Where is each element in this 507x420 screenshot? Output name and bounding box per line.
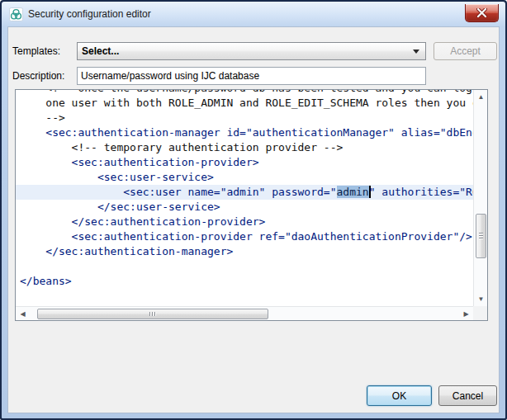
close-icon xyxy=(476,8,487,17)
ok-button[interactable]: OK xyxy=(367,385,432,406)
code-line[interactable]: </sec:user-service> xyxy=(16,200,473,215)
cancel-button[interactable]: Cancel xyxy=(438,385,497,406)
selected-text: admin xyxy=(337,186,369,198)
description-label: Description: xyxy=(12,67,64,85)
thumb-grip xyxy=(149,312,157,316)
description-input[interactable] xyxy=(77,67,426,85)
templates-selected-value: Select... xyxy=(82,45,119,57)
dialog-content: Templates: Select... Accept Description:… xyxy=(7,26,500,413)
templates-label: Templates: xyxy=(12,42,60,60)
code-lines: <!-- once the username/password db has b… xyxy=(16,90,473,289)
scroll-down-arrow-icon[interactable]: ▼ xyxy=(474,292,488,306)
chevron-down-icon xyxy=(413,50,419,54)
vertical-scrollbar-thumb[interactable] xyxy=(476,214,486,258)
code-line[interactable]: </sec:authentication-manager> xyxy=(16,244,473,259)
title-bar[interactable]: Security configuration editor xyxy=(2,2,505,26)
app-icon xyxy=(9,7,23,21)
code-line[interactable]: one user with both ROLE_ADMIN and ROLE_E… xyxy=(16,96,473,111)
code-line[interactable]: </beans> xyxy=(16,274,473,289)
horizontal-scrollbar-thumb[interactable] xyxy=(37,309,268,319)
scroll-right-arrow-icon[interactable]: ▶ xyxy=(459,307,473,321)
code-line[interactable]: <sec:authentication-provider ref="daoAut… xyxy=(16,229,473,244)
close-button[interactable] xyxy=(465,4,499,22)
scroll-left-arrow-icon[interactable]: ◀ xyxy=(16,307,30,321)
code-line[interactable]: <sec:user name="admin" password="admin" … xyxy=(16,185,473,200)
code-line[interactable]: <sec:authentication-provider> xyxy=(16,155,473,170)
horizontal-scrollbar[interactable]: ◀ ▶ xyxy=(16,306,473,320)
code-line[interactable]: <sec:user-service> xyxy=(16,170,473,185)
code-view[interactable]: <!-- once the username/password db has b… xyxy=(16,90,473,306)
window-frame: Security configuration editor Templates:… xyxy=(2,2,505,418)
templates-combobox[interactable]: Select... xyxy=(77,42,426,60)
thumb-grip xyxy=(479,233,483,240)
code-line[interactable]: <sec:authentication-manager id="authenti… xyxy=(16,125,473,140)
code-line[interactable]: <!-- once the username/password db has b… xyxy=(16,90,473,96)
vertical-scrollbar[interactable]: ▲ ▼ xyxy=(473,90,487,306)
accept-button[interactable]: Accept xyxy=(434,42,497,60)
code-line[interactable]: --> xyxy=(16,111,473,125)
code-line[interactable] xyxy=(16,259,473,274)
code-line[interactable]: </sec:authentication-provider> xyxy=(16,215,473,229)
code-line[interactable]: <!-- temporary authentication provider -… xyxy=(16,140,473,155)
xml-code-editor[interactable]: <!-- once the username/password db has b… xyxy=(15,89,488,321)
dialog-window: Security configuration editor Templates:… xyxy=(0,0,507,420)
scroll-up-arrow-icon[interactable]: ▲ xyxy=(474,90,488,104)
window-title: Security configuration editor xyxy=(28,8,151,20)
scrollbar-corner xyxy=(473,306,487,320)
